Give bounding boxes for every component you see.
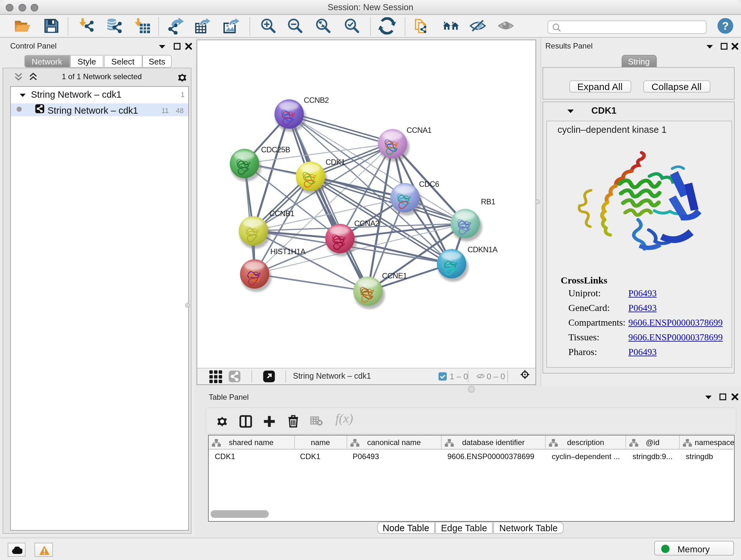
svg-text:CCNB2: CCNB2 (304, 96, 329, 105)
svg-text:CDC25B: CDC25B (261, 145, 290, 154)
svg-text:CDC6: CDC6 (419, 180, 439, 188)
svg-text:CCNB1: CCNB1 (269, 209, 294, 218)
svg-text:CDKN1A: CDKN1A (467, 245, 497, 254)
svg-text:CDK1: CDK1 (325, 158, 345, 166)
svg-text:CCNE1: CCNE1 (382, 271, 407, 280)
svg-text:?: ? (722, 19, 728, 32)
svg-text:HIST1H1A: HIST1H1A (270, 247, 305, 256)
svg-text:RB1: RB1 (481, 197, 495, 206)
svg-text:CCNA2: CCNA2 (354, 219, 379, 228)
svg-text:CCNA1: CCNA1 (406, 126, 431, 134)
